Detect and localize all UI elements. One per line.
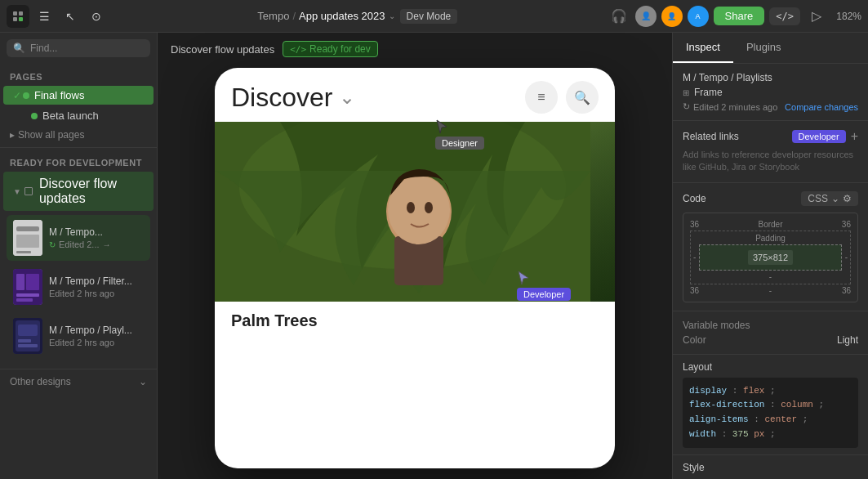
box-bottom-dash: - — [769, 272, 772, 281]
code-val-px: px — [754, 429, 764, 439]
variable-modes-section: Variable modes Color Light — [673, 311, 868, 355]
box-right-dash: - — [845, 253, 848, 262]
color-label: Color — [683, 334, 706, 346]
code-view-button[interactable]: </> — [769, 7, 800, 25]
other-designs-section[interactable]: Other designs ⌄ — [0, 369, 157, 394]
search-bar[interactable]: 🔍 Find... — [7, 39, 150, 57]
card-subtitle-3: Edited 2 hrs ago — [49, 338, 144, 347]
cursor-dev-arrow-icon — [517, 270, 530, 286]
panel-tabs: Inspect Plugins — [673, 33, 868, 64]
search-tool[interactable]: ⊙ — [85, 5, 108, 28]
canvas-header: Discover flow updates </> Ready for dev — [171, 41, 378, 57]
cursor-developer: Developer — [517, 270, 571, 301]
main-area: 🔍 Find... Pages ✓ Final flows Beta launc… — [0, 33, 868, 479]
box-left-dash: - — [693, 253, 696, 262]
breadcrumb-app: Tempo — [257, 10, 289, 22]
app-logo[interactable] — [7, 5, 29, 28]
right-panel: Inspect Plugins M / Tempo / Playlists ⊞ … — [672, 33, 868, 479]
css-label: CSS — [808, 193, 828, 204]
page-label-beta-launch: Beta launch — [42, 110, 99, 122]
frame-row: ⊞ Frame — [683, 87, 858, 98]
chevron-down-icon: ⌄ — [139, 376, 147, 387]
design-card-1[interactable]: M / Tempo... ↻ Edited 2... → — [7, 215, 150, 261]
designer-cursor-label: Designer — [435, 137, 484, 150]
tab-inspect[interactable]: Inspect — [673, 33, 733, 63]
tab-plugins[interactable]: Plugins — [733, 33, 795, 63]
developer-cursor-label: Developer — [517, 288, 571, 301]
ready-for-dev-badge: </> Ready for dev — [283, 41, 378, 57]
design-card-3[interactable]: M / Tempo / Playl... Edited 2 hrs ago — [7, 313, 150, 359]
title-chevron-icon: ⌄ — [339, 86, 355, 109]
sidebar: 🔍 Find... Pages ✓ Final flows Beta launc… — [0, 33, 158, 479]
avatar-user2: 👤 — [661, 6, 683, 27]
card-thumbnail-1 — [13, 220, 42, 256]
related-links-header: Related links Developer + — [683, 129, 858, 144]
style-label: Style — [683, 462, 858, 473]
css-selector[interactable]: CSS ⌄ ⚙ — [801, 191, 858, 206]
card-subtitle-2: Edited 2 hrs ago — [49, 289, 144, 298]
related-links-title: Related links — [683, 131, 739, 142]
menu-icon[interactable]: ☰ — [33, 5, 56, 28]
share-button[interactable]: Share — [714, 7, 765, 25]
related-links-desc: Add links to reference developer resourc… — [683, 149, 858, 174]
svg-point-24 — [425, 202, 433, 213]
cursor-tool[interactable]: ↖ — [59, 5, 82, 28]
card-info-3: M / Tempo / Playl... Edited 2 hrs ago — [49, 325, 144, 347]
canvas[interactable]: Discover flow updates </> Ready for dev … — [158, 33, 672, 479]
box-bottom-center-dash: - — [769, 286, 772, 295]
phone-title: Discover ⌄ — [231, 83, 355, 113]
svg-rect-7 — [16, 251, 31, 253]
code-header: Code CSS ⌄ ⚙ — [683, 191, 858, 206]
phone-actions: ≡ 🔍 — [525, 81, 599, 114]
frame-grid-icon: ⊞ — [683, 88, 689, 97]
svg-rect-10 — [26, 274, 39, 290]
add-link-button[interactable]: + — [851, 129, 858, 144]
style-section: Style — [673, 455, 868, 479]
card-title-2: M / Tempo / Filter... — [49, 275, 144, 287]
box-top-left: 36 — [690, 220, 699, 229]
code-prop-display: display — [689, 386, 727, 396]
search-placeholder: Find... — [30, 43, 57, 54]
design-cards: M / Tempo... ↻ Edited 2... → M / Tempo /… — [0, 212, 157, 362]
layout-code-block: display : flex ; flex-direction : column… — [683, 378, 858, 448]
design-card-2[interactable]: M / Tempo / Filter... Edited 2 hrs ago — [7, 264, 150, 310]
search-button[interactable]: 🔍 — [566, 81, 599, 114]
zoom-level: 182% — [833, 11, 861, 22]
settings-icon[interactable]: ⚙ — [843, 193, 852, 204]
card-info-2: M / Tempo / Filter... Edited 2 hrs ago — [49, 275, 144, 298]
padding-label: Padding — [755, 234, 786, 243]
css-chevron-icon: ⌄ — [831, 193, 839, 204]
flow-item-discover[interactable]: ▼ Discover flow updates — [3, 172, 154, 211]
svg-rect-1 — [19, 11, 23, 16]
other-designs-label: Other designs — [10, 376, 71, 387]
code-val-align: center — [764, 414, 797, 424]
related-links-section: Related links Developer + Add links to r… — [673, 121, 868, 183]
edited-row: ↻ Edited 2 minutes ago Compare changes — [683, 101, 858, 112]
code-val-display: flex — [743, 386, 764, 396]
panel-breadcrumb: M / Tempo / Playlists — [683, 72, 858, 83]
frame-icon — [24, 187, 33, 195]
sidebar-item-beta-launch[interactable]: Beta launch — [3, 106, 154, 125]
svg-rect-5 — [16, 226, 39, 231]
sidebar-item-final-flows[interactable]: ✓ Final flows — [3, 86, 154, 105]
topbar: ☰ ↖ ⊙ Tempo / App updates 2023 ⌄ Dev Mod… — [0, 0, 868, 33]
layout-section: Layout display : flex ; flex-direction :… — [673, 355, 868, 455]
box-border-label: Border — [758, 220, 782, 229]
breadcrumb-project[interactable]: App updates 2023 — [299, 10, 385, 22]
code-label: Code — [683, 193, 706, 204]
code-val-width: 375 — [732, 429, 749, 439]
code-line-2: flex-direction : column ; — [689, 398, 852, 413]
page-dot-icon — [23, 92, 29, 99]
layout-label: Layout — [683, 361, 858, 373]
project-chevron-icon[interactable]: ⌄ — [389, 11, 395, 20]
filter-button[interactable]: ≡ — [525, 81, 558, 114]
svg-point-23 — [407, 202, 415, 213]
compare-changes-link[interactable]: Compare changes — [785, 102, 858, 112]
play-icon[interactable]: ▷ — [805, 5, 828, 28]
topbar-right: 🎧 👤 👤 A Share </> ▷ 182% — [608, 5, 861, 28]
svg-rect-12 — [16, 298, 33, 302]
variable-modes-label: Variable modes — [683, 320, 750, 331]
headphone-icon[interactable]: 🎧 — [608, 5, 630, 28]
show-all-pages[interactable]: ▸ Show all pages — [0, 126, 157, 144]
card-thumbnail-3 — [13, 318, 42, 354]
